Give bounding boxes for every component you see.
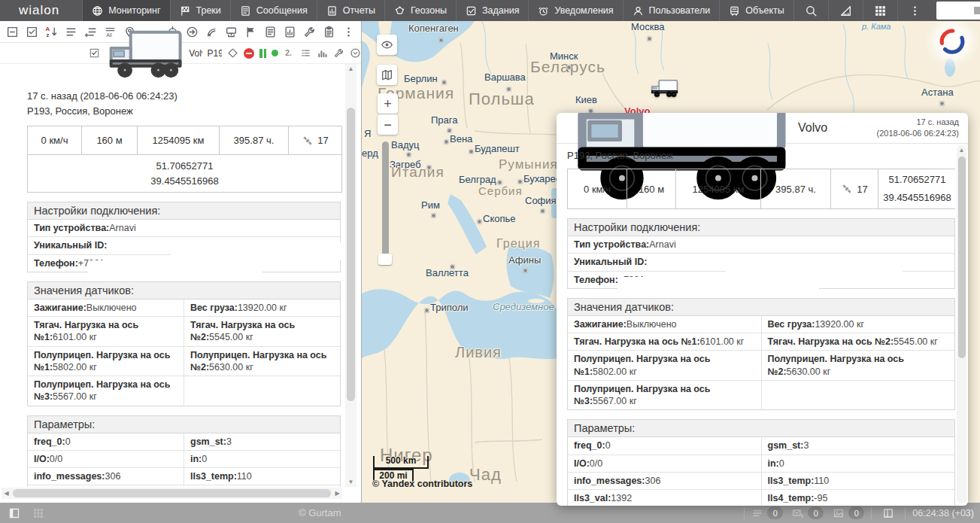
map-layers-button[interactable] (377, 65, 397, 85)
search-button[interactable] (793, 0, 828, 21)
info-cell: Полуприцеп. Нагрузка на ось №2:5630.00 к… (184, 347, 340, 376)
info-cell: Вес груза:13920.00 кг (184, 300, 340, 316)
city-dot (647, 36, 652, 41)
tracking-signal-button[interactable] (202, 23, 221, 41)
tab-geofences[interactable]: Геозоны (384, 0, 456, 21)
scroll-up-icon[interactable]: ▲ (345, 64, 357, 74)
map-label-city: София (525, 195, 557, 206)
add-to-list-button[interactable] (81, 23, 100, 41)
apps-button[interactable] (29, 505, 48, 521)
map-label-country: Румыния (499, 157, 558, 172)
zoom-in-button[interactable]: + (378, 93, 398, 114)
city-dot (441, 80, 447, 85)
zoom-slider-track[interactable] (382, 141, 389, 264)
unit-stats-table: 0 км/ч 160 м 1254095 км 395.87 ч. 17 51.… (567, 169, 955, 209)
scroll-down-icon[interactable]: ▼ (345, 477, 357, 487)
sort-az-button[interactable]: Az (42, 23, 61, 41)
info-cell: lls3_val:1392 (28, 485, 184, 487)
more-button[interactable] (897, 0, 932, 21)
events-flag-button[interactable] (241, 23, 260, 41)
section-title: Настройки подключения: (567, 218, 955, 236)
jobs-clipboard-button[interactable] (320, 23, 338, 41)
select-all-checkbox-button[interactable] (23, 23, 41, 41)
map-label-city: Киев (575, 94, 597, 105)
popup-last-message: 17 с. назад (2018-06-06 06:24:23) (877, 117, 959, 139)
reports-doc-button[interactable] (281, 23, 299, 41)
map-attribution: © Yandex contributors (372, 479, 472, 489)
media-counter[interactable]: 0 (833, 506, 864, 519)
scroll-thumb[interactable] (347, 108, 355, 401)
messages-doc-icon (264, 26, 277, 38)
ruler-button[interactable] (828, 0, 863, 21)
tab-label: Отчеты (343, 5, 375, 16)
monitoring-panel: AzAll Volvo ... P193, P... 2. 17 с. наза… (0, 21, 362, 503)
scroll-thumb-horizontal[interactable] (13, 489, 331, 497)
list-button[interactable] (62, 23, 80, 41)
stat-satellites: 17 (289, 126, 341, 154)
layout-toggle-button[interactable] (5, 505, 24, 521)
tab-label: Сообщения (256, 5, 308, 16)
city-dot (939, 101, 945, 106)
tracking-signal-icon (205, 26, 218, 38)
notes-counter[interactable]: 0 (751, 506, 783, 519)
panel-horizontal-scrollbar[interactable]: ◀ ▶ (2, 488, 342, 499)
connection-dot-icon[interactable] (272, 50, 278, 56)
data-flow-icon[interactable]: 2. (284, 47, 295, 59)
monitor-network-button[interactable] (222, 23, 241, 41)
zoom-slider-handle[interactable] (378, 254, 392, 265)
pause-icon[interactable] (259, 49, 266, 58)
info-cell: lls4_temp:-95 (761, 490, 955, 506)
tab-monitoring[interactable]: Мониторинг (82, 0, 169, 21)
tab-units[interactable]: Объекты (719, 0, 793, 21)
tab-label: Геозоны (411, 5, 447, 16)
tab-notifications[interactable]: Уведомления (528, 0, 622, 21)
plus-icon: + (384, 97, 392, 111)
zoom-out-button[interactable]: − (378, 114, 398, 135)
unit-checkbox-icon[interactable] (89, 44, 100, 62)
unit-list-row[interactable]: Volvo ... P193, P... 2. (0, 43, 361, 64)
messages-doc-button[interactable] (261, 23, 280, 41)
expand-circle-icon[interactable] (350, 47, 361, 59)
city-dot (444, 139, 449, 144)
unit-name[interactable]: Volvo ... (189, 48, 202, 59)
apps-button[interactable] (863, 0, 897, 21)
scroll-up-icon[interactable]: ▲ (957, 145, 966, 155)
info-cell: gsm_st:3 (184, 433, 340, 450)
tools-wrench-button[interactable] (300, 23, 319, 41)
tab-messages[interactable]: Сообщения (230, 0, 317, 21)
log-panel-button[interactable] (878, 505, 898, 521)
map-visibility-button[interactable] (377, 35, 397, 55)
tab-tracks[interactable]: Треки (170, 0, 230, 21)
separator (744, 507, 745, 519)
kebab-button[interactable] (339, 23, 358, 41)
tab-reports[interactable]: Отчеты (317, 0, 384, 21)
collapse-all-button[interactable] (3, 23, 22, 41)
chart-bars-icon[interactable] (317, 47, 328, 59)
info-cell (184, 376, 340, 406)
info-cell: Вес груза:13920.00 кг (761, 316, 955, 333)
task-check-icon (466, 5, 477, 17)
motion-diamond-icon[interactable] (227, 47, 238, 59)
user-icon (633, 5, 644, 17)
mail-sync-counter[interactable]: 0 (792, 506, 824, 519)
tab-tasks[interactable]: Задания (456, 0, 528, 21)
info-cell: Тип устройства:Arnavi (28, 220, 340, 236)
scroll-thumb[interactable] (958, 157, 966, 358)
section-title: Значения датчиков: (567, 298, 955, 316)
scroll-right-icon[interactable]: ▶ (332, 488, 342, 499)
tab-users[interactable]: Пользователи (623, 0, 720, 21)
scroll-left-icon[interactable]: ◀ (2, 488, 11, 499)
panel-vertical-scrollbar[interactable]: ▲ ▼ (345, 64, 357, 487)
topbar-user-box[interactable] (936, 2, 980, 20)
ruler-icon (839, 5, 852, 17)
info-cell (761, 381, 955, 410)
info-cell: lls4_temp:-95 (184, 485, 340, 487)
unit-map-marker[interactable] (650, 78, 678, 98)
properties-list-icon[interactable] (300, 47, 311, 59)
follow-unit-button[interactable] (183, 23, 202, 41)
no-entry-icon[interactable] (244, 48, 254, 59)
document-lines-icon (240, 5, 251, 17)
popup-scrollbar[interactable]: ▲ (957, 145, 966, 503)
wrench-icon[interactable] (333, 47, 344, 59)
kebab-icon (909, 5, 921, 17)
